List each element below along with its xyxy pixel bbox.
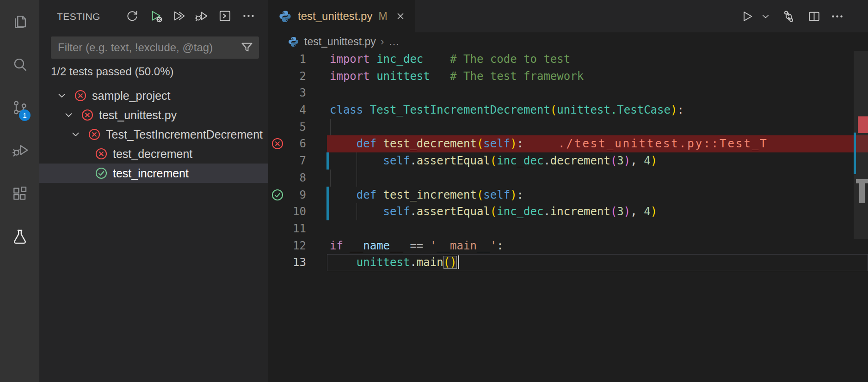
tree-item-label: test_decrement (113, 147, 192, 161)
code-text: if __name__ == '__main__': (330, 237, 504, 255)
explorer-icon[interactable] (0, 2, 39, 42)
testing-sidebar: TESTING Filter (e.g. text, !exclude, @ta… (39, 0, 268, 382)
more-actions-icon[interactable] (240, 7, 257, 24)
line-number: 1 (277, 51, 306, 68)
breadcrumb-file[interactable]: test_unittest.py (304, 36, 376, 48)
minimap-text-blob (856, 179, 868, 183)
code-text: def test_decrement(self):./test_unittest… (330, 135, 768, 152)
split-editor-icon[interactable] (806, 8, 822, 24)
code-line-1[interactable]: 1import inc_dec # The code to test (268, 51, 868, 68)
code-line-4[interactable]: 4class Test_TestIncrementDecrement(unitt… (268, 102, 868, 119)
search-icon[interactable] (0, 45, 39, 85)
test-failed-icon (81, 109, 94, 121)
indent-guide (330, 170, 331, 187)
tab-label: test_unittest.py (298, 10, 372, 23)
code-line-10[interactable]: 10 self.assertEqual(inc_dec.increment(3)… (268, 203, 868, 220)
run-and-debug-icon[interactable] (0, 130, 39, 170)
sidebar-title: TESTING (57, 11, 100, 22)
code-text: self.assertEqual(inc_dec.decrement(3), 4… (330, 152, 657, 170)
line-number: 2 (277, 68, 306, 85)
line-number: 8 (277, 170, 306, 187)
rerun-failed-tests-icon[interactable] (148, 7, 164, 24)
tree-item-label: Test_TestIncrementDecrement (106, 128, 263, 141)
testing-icon[interactable] (0, 217, 39, 256)
filter-funnel-icon[interactable] (240, 40, 254, 55)
line-number: 4 (277, 102, 306, 119)
code-line-8[interactable]: 8 (268, 170, 868, 187)
test-tree-item-test_decrement[interactable]: test_decrement (39, 144, 268, 164)
code-line-9[interactable]: 9 def test_increment(self): (268, 187, 868, 204)
debug-tests-icon[interactable] (192, 7, 209, 24)
test-tree-item-test_increment[interactable]: test_increment (39, 164, 268, 183)
code-line-13[interactable]: 13 unittest.main() (268, 254, 868, 271)
chevron-down-icon[interactable] (63, 105, 81, 125)
tab-bar: test_unittest.py M (268, 0, 868, 32)
test-failed-icon (88, 128, 101, 141)
test-filter-input[interactable]: Filter (e.g. text, !exclude, @tag) (51, 36, 259, 59)
code-text: import inc_dec # The code to test (330, 51, 570, 68)
show-output-icon[interactable] (216, 7, 233, 24)
run-dropdown-chevron-icon[interactable] (757, 8, 774, 24)
code-line-11[interactable]: 11 (268, 220, 868, 237)
test-tree-item-Test_TestIncrementDecrement[interactable]: Test_TestIncrementDecrement (39, 125, 268, 144)
run-all-tests-icon[interactable] (171, 7, 187, 24)
test-tree-item-sample_project[interactable]: sample_project (39, 86, 268, 105)
source-control-icon[interactable] (0, 88, 39, 127)
breadcrumb-more[interactable]: … (388, 36, 400, 48)
code-line-6[interactable]: 6 def test_decrement(self):./test_unitte… (268, 135, 868, 152)
code-line-3[interactable]: 3 (268, 85, 868, 102)
test-failed-icon (74, 89, 87, 102)
filter-placeholder: Filter (e.g. text, !exclude, @tag) (58, 41, 213, 54)
minimap-text-blob (859, 183, 865, 203)
chevron-down-icon[interactable] (56, 86, 74, 105)
chevron-down-icon[interactable] (70, 125, 88, 144)
chevron-right-icon: › (381, 36, 384, 48)
code-line-7[interactable]: 7 self.assertEqual(inc_dec.decrement(3),… (268, 152, 868, 170)
test-passed-icon (95, 167, 108, 180)
indent-guide (330, 119, 331, 136)
code-line-2[interactable]: 2import unittest # The test framework (268, 68, 868, 85)
minimap-error-marker (858, 116, 868, 133)
tab-close-icon[interactable] (394, 10, 406, 22)
modified-gutter-bar (326, 187, 329, 204)
text-cursor (458, 255, 459, 269)
code-text: def test_increment(self): (330, 187, 523, 204)
code-lines: 1import inc_dec # The code to test2impor… (268, 51, 868, 271)
code-line-5[interactable]: 5 (268, 119, 868, 136)
python-file-icon (278, 10, 292, 23)
source-control-badge: 1 (19, 109, 31, 121)
code-text: self.assertEqual(inc_dec.increment(3), 4… (330, 203, 657, 220)
indent-guide (357, 170, 357, 187)
tests-status-text: 1/2 tests passed (50.0%) (51, 65, 173, 78)
code-line-12[interactable]: 12if __name__ == '__main__': (268, 237, 868, 255)
line-number: 5 (277, 119, 306, 136)
test-tree-item-test_unittest.py[interactable]: test_unittest.py (39, 105, 268, 125)
editor-group: test_unittest.py M (268, 0, 868, 382)
line-number: 13 (277, 254, 306, 271)
breadcrumb[interactable]: test_unittest.py › … (268, 32, 868, 51)
code-text: import unittest # The test framework (330, 68, 584, 85)
refresh-tests-icon[interactable] (123, 7, 140, 24)
minimap-modified-marker (854, 133, 856, 174)
tree-item-label: sample_project (92, 89, 171, 103)
line-number: 6 (277, 135, 306, 152)
extensions-icon[interactable] (0, 174, 39, 213)
minimap[interactable] (854, 0, 868, 382)
code-text: unittest.main() (330, 254, 459, 271)
twisty-spacer (77, 144, 95, 164)
line-number: 10 (277, 203, 306, 220)
tree-item-label: test_increment (113, 167, 189, 180)
line-number: 11 (277, 220, 306, 237)
code-text: class Test_TestIncrementDecrement(unitte… (330, 102, 684, 119)
tree-item-label: test_unittest.py (99, 109, 177, 122)
modified-gutter-bar (326, 152, 329, 170)
tab-test-unittest[interactable]: test_unittest.py M (268, 0, 415, 32)
run-file-icon[interactable] (739, 8, 755, 24)
more-actions-icon[interactable] (829, 8, 845, 24)
python-file-icon (288, 36, 299, 48)
test-error-message: ./test_unittest.py::Test_T (558, 137, 768, 150)
line-number: 9 (277, 187, 306, 204)
open-changes-icon[interactable] (780, 8, 797, 24)
vscode-window: 1 TESTING Filter (e. (0, 0, 868, 382)
twisty-spacer (77, 164, 95, 183)
